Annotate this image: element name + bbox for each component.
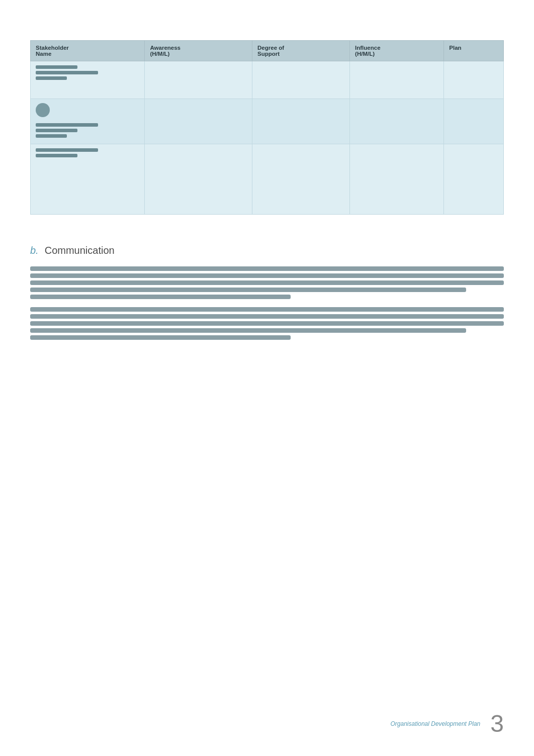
cell-degree-1 — [252, 61, 350, 99]
communication-paragraph-1 — [30, 266, 504, 299]
footer-document-title: Organisational Development Plan — [391, 720, 481, 727]
col-awareness: Awareness(H/M/L) — [145, 41, 252, 61]
cell-awareness-2 — [145, 99, 252, 144]
cell-awareness-3 — [145, 144, 252, 215]
cell-influence-1 — [350, 61, 444, 99]
cell-plan-3 — [444, 144, 504, 215]
table-row — [31, 144, 504, 215]
cell-degree-2 — [252, 99, 350, 144]
table-row — [31, 99, 504, 144]
cell-plan-2 — [444, 99, 504, 144]
cell-influence-3 — [350, 144, 444, 215]
table-header-row: StakeholderName Awareness(H/M/L) Degree … — [31, 41, 504, 61]
cell-name-3 — [31, 144, 145, 215]
footer: Organisational Development Plan 3 — [0, 712, 534, 736]
cell-name-2 — [31, 99, 145, 144]
col-plan: Plan — [444, 41, 504, 61]
cell-awareness-1 — [145, 61, 252, 99]
cell-influence-2 — [350, 99, 444, 144]
col-degree-support: Degree ofSupport — [252, 41, 350, 61]
col-stakeholder-name: StakeholderName — [31, 41, 145, 61]
section-title: Communication — [45, 245, 115, 256]
communication-paragraph-2 — [30, 307, 504, 340]
footer-page-number: 3 — [490, 712, 504, 736]
table-section: StakeholderName Awareness(H/M/L) Degree … — [30, 40, 504, 215]
col-influence: Influence(H/M/L) — [350, 41, 444, 61]
stakeholder-table: StakeholderName Awareness(H/M/L) Degree … — [30, 40, 504, 215]
cell-name-1 — [31, 61, 145, 99]
page-container: StakeholderName Awareness(H/M/L) Degree … — [0, 0, 534, 756]
section-prefix: b. — [30, 245, 39, 256]
table-row — [31, 61, 504, 99]
cell-plan-1 — [444, 61, 504, 99]
section-heading-communication: b. Communication — [30, 245, 504, 256]
cell-degree-3 — [252, 144, 350, 215]
communication-section: b. Communication — [30, 245, 504, 340]
